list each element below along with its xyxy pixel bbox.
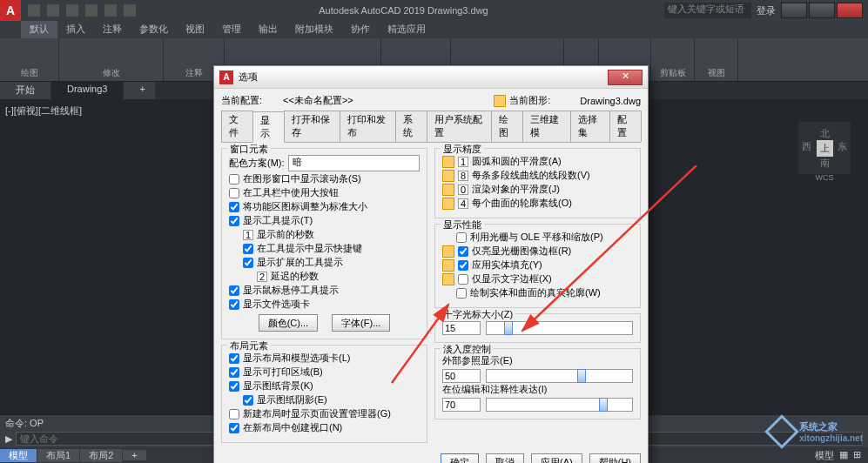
tab-system[interactable]: 系统 [395,111,427,142]
tab-profiles[interactable]: 配置 [609,111,642,142]
tab-drafting[interactable]: 绘图 [491,111,523,142]
slider-thumb[interactable] [599,398,608,412]
help-button[interactable]: 帮助(H) [589,453,641,463]
ok-button[interactable]: 确定 [441,453,479,463]
slider-thumb[interactable] [577,369,586,383]
chk-filetabs[interactable] [229,299,239,310]
chk-shortcut[interactable] [243,244,253,254]
ribbon-tab-insert[interactable]: 插入 [57,21,94,38]
watermark-text: 系统之家 [799,420,863,433]
pline-segs-input[interactable] [458,171,468,181]
doc-tab-add[interactable]: + [124,82,155,99]
chk-solid-fill[interactable] [458,260,468,271]
ribbon-group-modify: 修改 [64,67,158,79]
chk-resize-icons[interactable] [229,202,239,212]
dwg-icon [442,198,454,210]
lbl-filetabs: 显示文件选项卡 [243,298,310,311]
view-label[interactable]: [-][俯视][二维线框] [5,104,82,117]
ribbon-tab-addins[interactable]: 附加模块 [286,21,342,38]
tooltip-seconds-input[interactable] [243,230,253,240]
status-tab-add[interactable]: + [123,450,145,460]
dwg-icon [442,156,454,168]
doc-tab-start[interactable]: 开始 [0,82,50,99]
ribbon-tab-output[interactable]: 输出 [250,21,286,38]
maximize-button[interactable] [809,3,835,18]
watermark-logo-icon [764,414,799,449]
ribbon-tabs: 默认 插入 注释 参数化 视图 管理 输出 附加模块 协作 精选应用 [0,21,868,38]
ribbon-tab-view[interactable]: 视图 [177,21,213,38]
group-display-perf: 显示性能 利用光栅与 OLE 平移和缩放(P) 仅亮显光栅图像边框(R) 应用实… [434,224,641,308]
cancel-button[interactable]: 取消 [486,453,524,463]
close-button[interactable] [837,3,863,18]
snap-icon[interactable]: ⊞ [853,449,861,462]
undo-icon[interactable] [85,4,98,17]
chk-page-setup[interactable] [229,409,239,419]
watermark: 系统之家 xitongzhijia.net [770,419,863,444]
ribbon-tab-annotate[interactable]: 注释 [94,21,131,38]
chk-hover[interactable] [229,285,239,296]
arc-smooth-input[interactable] [458,157,468,167]
contour-lines-input[interactable] [458,198,468,209]
edit-fade-input[interactable] [442,398,481,412]
chk-layout-tabs[interactable] [229,353,239,364]
tab-selection[interactable]: 选择集 [570,111,610,142]
tab-display[interactable]: 显示 [252,111,285,143]
crosshair-slider[interactable] [486,321,633,335]
chk-true-sil[interactable] [456,288,467,299]
status-tab-layout1[interactable]: 布局1 [37,449,79,462]
status-icons: 模型 ▦ ⊞ [815,449,868,462]
colors-button[interactable]: 颜色(C)... [259,314,318,332]
chk-text-frame[interactable] [458,274,468,285]
chk-create-vp[interactable] [229,423,239,433]
lbl-resize-icons: 将功能区图标调整为标准大小 [243,200,367,213]
tab-open-save[interactable]: 打开和保存 [284,111,340,142]
crosshair-size-input[interactable] [442,321,481,335]
apply-button[interactable]: 应用(A) [531,453,582,463]
chk-extended[interactable] [243,258,253,268]
slider-thumb[interactable] [504,321,513,335]
status-tab-layout2[interactable]: 布局2 [80,449,122,462]
minimize-button[interactable] [781,3,807,18]
tab-3d[interactable]: 三维建模 [522,111,571,142]
chk-raster-pan[interactable] [456,232,467,243]
color-scheme-select[interactable]: 暗 [288,155,420,171]
doc-tab-drawing3[interactable]: Drawing3 [51,82,123,99]
dwg-icon [442,184,454,196]
chk-paper-bg[interactable] [229,381,239,392]
tab-files[interactable]: 文件 [221,111,253,142]
print-icon[interactable] [124,4,136,17]
save-icon[interactable] [66,4,78,17]
tab-user-pref[interactable]: 用户系统配置 [427,111,492,142]
edit-slider[interactable] [486,398,633,412]
dialog-close-button[interactable]: ✕ [608,70,643,85]
render-smooth-input[interactable] [458,185,468,195]
ribbon-tab-featured[interactable]: 精选应用 [379,21,434,38]
dwg-icon [442,259,454,272]
tab-plot[interactable]: 打印和发布 [340,111,396,142]
ribbon-tab-collab[interactable]: 协作 [342,21,379,38]
view-cube[interactable]: 北 西上东 南 WCS [798,122,851,174]
open-icon[interactable] [47,4,59,17]
search-input[interactable]: 键入关键字或短语 [664,3,751,18]
chk-large-buttons[interactable] [229,188,239,198]
status-model-label[interactable]: 模型 [815,449,834,462]
ribbon-tab-parametric[interactable]: 参数化 [131,21,177,38]
delay-seconds-input[interactable] [257,272,267,282]
chk-tooltips[interactable] [229,216,239,226]
chk-scrollbars[interactable] [229,174,239,185]
xref-slider[interactable] [486,369,633,383]
grid-icon[interactable]: ▦ [839,449,848,462]
fonts-button[interactable]: 字体(F)... [332,314,390,332]
new-icon[interactable] [28,4,40,17]
status-tab-model[interactable]: 模型 [0,449,37,462]
login-link[interactable]: 登录 [757,4,776,17]
chk-printable[interactable] [229,367,239,378]
redo-icon[interactable] [104,4,117,17]
chk-paper-shadow[interactable] [243,395,253,406]
ribbon-tab-default[interactable]: 默认 [21,21,57,38]
xref-fade-input[interactable] [442,369,481,383]
lbl-raster-frame: 仅亮显光栅图像边框(R) [472,245,571,258]
ribbon-tab-manage[interactable]: 管理 [213,21,250,38]
dwg-icon [442,245,454,258]
chk-raster-frame[interactable] [458,246,468,257]
